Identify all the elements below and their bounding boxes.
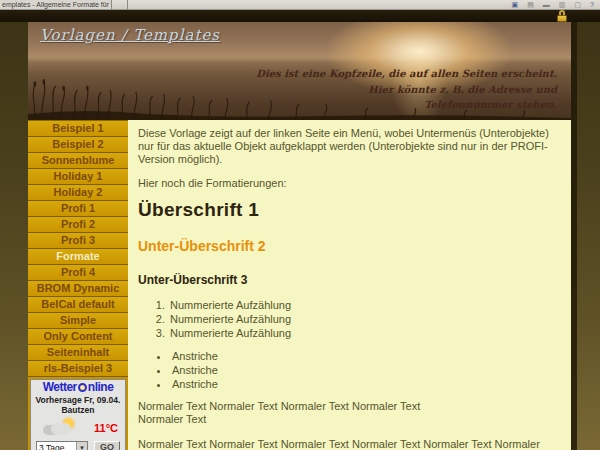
- bullet-list-item: Anstriche: [170, 363, 559, 377]
- toolbar-icon-blue[interactable]: ▣: [512, 0, 519, 9]
- normal-text-line-1: Normaler Text Normaler Text Normaler Tex…: [138, 400, 420, 412]
- logo-text-nline: nline: [88, 380, 114, 394]
- toolbar-icon-page[interactable]: ▢: [574, 0, 581, 9]
- temperature-value: 11°C: [94, 422, 118, 434]
- sidebar-item-formate[interactable]: Formate: [28, 249, 128, 265]
- forecast-range-value: 3 Tage: [37, 442, 76, 450]
- browser-toolbar: emplates - Allgemeine Formate für Texte …: [0, 0, 600, 10]
- sidebar-item-profi-4[interactable]: Profi 4: [28, 265, 128, 281]
- sidebar-item-beispiel-2[interactable]: Beispiel 2: [28, 137, 128, 153]
- sidebar-item-seiteninhalt[interactable]: Seiteninhalt: [28, 345, 128, 361]
- sun-o-icon: [78, 383, 87, 392]
- sidebar-item-rls-beispiel-3[interactable]: rls-Beispiel 3: [28, 361, 128, 377]
- sidebar-menu: Beispiel 1 Beispiel 2 Sonnenblume Holida…: [28, 120, 128, 450]
- main-content: Diese Vorlage zeigt auf der linken Seite…: [128, 120, 571, 450]
- toolbar-icon-help[interactable]: ?: [590, 0, 594, 9]
- site-template: Vorlagen / Templates Dies ist eine Kopfz…: [28, 22, 577, 450]
- bullet-list-item: Anstriche: [170, 349, 559, 363]
- browser-tab-title: emplates - Allgemeine Formate für Texte …: [2, 1, 112, 8]
- page-title: Vorlagen / Templates: [40, 26, 220, 44]
- lock-icon[interactable]: [556, 10, 568, 22]
- bullet-list: Anstriche Anstriche Anstriche: [170, 349, 559, 391]
- sidebar-item-profi-3[interactable]: Profi 3: [28, 233, 128, 249]
- toolbar-icon-window[interactable]: ▤: [527, 0, 534, 9]
- weather-condition-row: 11°C: [31, 417, 125, 439]
- normal-text-line-2: Normaler Text: [138, 413, 206, 425]
- sidebar-item-profi-1[interactable]: Profi 1: [28, 201, 128, 217]
- intro-paragraph: Diese Vorlage zeigt auf der linken Seite…: [138, 127, 559, 166]
- weather-widget: Wetternline Vorhersage Fr, 09.04. Bautze…: [30, 379, 126, 450]
- heading-1: Überschrift 1: [138, 199, 559, 221]
- long-text-paragraph: Normaler Text Normaler Text Normaler Tex…: [138, 438, 559, 450]
- formats-intro: Hier noch die Formatierungen:: [138, 177, 559, 189]
- wetteronline-logo[interactable]: Wetternline: [31, 380, 125, 395]
- heading-2: Unter-Überschrift 2: [138, 238, 559, 254]
- logo-text-wetter: Wetter: [43, 380, 77, 394]
- sidebar-item-profi-2[interactable]: Profi 2: [28, 217, 128, 233]
- sidebar-item-holiday-1[interactable]: Holiday 1: [28, 169, 128, 185]
- numbered-list: Nummerierte Aufzählung Nummerierte Aufzä…: [168, 298, 559, 340]
- toolbar-icon-group: ▣ ▤ ▬ ▥ ▢ ?: [512, 0, 600, 9]
- forecast-city: Bautzen: [31, 405, 125, 415]
- header-image: Vorlagen / Templates Dies ist eine Kopfz…: [28, 22, 571, 120]
- sidebar-item-only-content[interactable]: Only Content: [28, 329, 128, 345]
- template-body: Beispiel 1 Beispiel 2 Sonnenblume Holida…: [28, 120, 571, 450]
- sidebar-item-sonnenblume[interactable]: Sonnenblume: [28, 153, 128, 169]
- forecast-label: Vorhersage Fr, 09.04.: [31, 395, 125, 405]
- numbered-list-item: Nummerierte Aufzählung: [168, 312, 559, 326]
- weather-controls: 3 Tage ▼ GO: [31, 439, 125, 450]
- browser-tab-stub[interactable]: [112, 0, 128, 9]
- toolbar-icon-layout[interactable]: ▥: [559, 0, 566, 9]
- normal-text-paragraph: Normaler Text Normaler Text Normaler Tex…: [138, 400, 559, 426]
- sidebar-item-beispiel-1[interactable]: Beispiel 1: [28, 121, 128, 137]
- sidebar-item-simple[interactable]: Simple: [28, 313, 128, 329]
- numbered-list-item: Nummerierte Aufzählung: [168, 298, 559, 312]
- toolbar-icon-minimize[interactable]: ▬: [543, 0, 550, 9]
- numbered-list-item: Nummerierte Aufzählung: [168, 326, 559, 340]
- sidebar-item-belcal-default[interactable]: BelCal default: [28, 297, 128, 313]
- go-button[interactable]: GO: [94, 441, 120, 450]
- forecast-range-select[interactable]: 3 Tage ▼: [36, 441, 88, 450]
- chevron-down-icon[interactable]: ▼: [76, 442, 87, 450]
- bullet-list-item: Anstriche: [170, 377, 559, 391]
- top-dark-bar: [0, 10, 600, 22]
- sidebar-item-brom-dynamic[interactable]: BROM Dynamic: [28, 281, 128, 297]
- heading-3: Unter-Überschrift 3: [138, 273, 559, 287]
- browser-tab[interactable]: emplates - Allgemeine Formate für Texte …: [0, 0, 112, 9]
- beach-grass-silhouette: [28, 78, 571, 120]
- sidebar-item-holiday-2[interactable]: Holiday 2: [28, 185, 128, 201]
- partly-cloudy-icon: [43, 419, 77, 436]
